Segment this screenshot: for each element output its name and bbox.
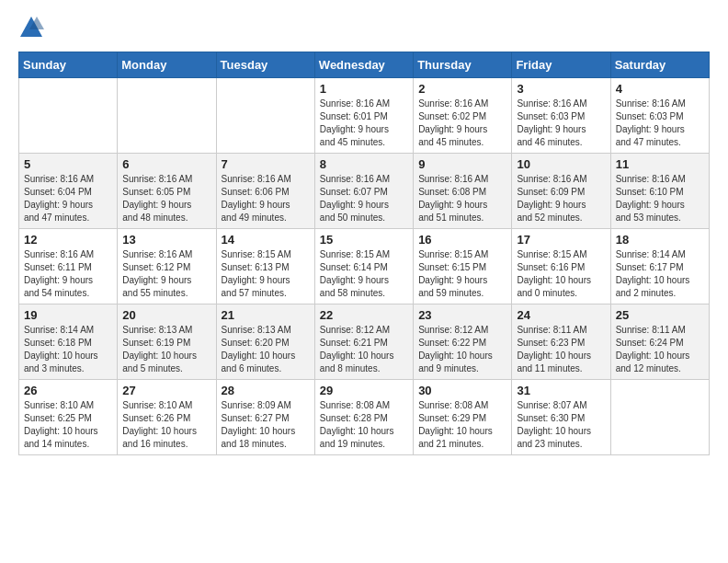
day-info: Sunrise: 8:15 AM Sunset: 6:14 PM Dayligh… <box>320 248 408 300</box>
day-info: Sunrise: 8:12 AM Sunset: 6:22 PM Dayligh… <box>418 324 506 375</box>
day-number: 14 <box>222 233 310 247</box>
day-info: Sunrise: 8:16 AM Sunset: 6:12 PM Dayligh… <box>122 248 210 300</box>
day-cell: 14Sunrise: 8:15 AM Sunset: 6:13 PM Dayli… <box>216 229 314 304</box>
day-cell: 13Sunrise: 8:16 AM Sunset: 6:12 PM Dayli… <box>118 229 216 304</box>
day-number: 16 <box>418 233 506 247</box>
day-cell <box>118 78 216 154</box>
day-cell: 29Sunrise: 8:08 AM Sunset: 6:28 PM Dayli… <box>314 380 413 455</box>
day-number: 17 <box>517 233 605 247</box>
day-info: Sunrise: 8:11 AM Sunset: 6:23 PM Dayligh… <box>517 324 605 375</box>
day-number: 22 <box>320 308 408 322</box>
week-row-4: 19Sunrise: 8:14 AM Sunset: 6:18 PM Dayli… <box>19 304 710 380</box>
day-number: 12 <box>24 233 112 247</box>
day-number: 27 <box>122 384 210 397</box>
weekday-saturday: Saturday <box>610 52 709 78</box>
day-cell: 9Sunrise: 8:16 AM Sunset: 6:08 PM Daylig… <box>414 154 512 229</box>
day-info: Sunrise: 8:08 AM Sunset: 6:28 PM Dayligh… <box>320 399 408 451</box>
day-cell: 11Sunrise: 8:16 AM Sunset: 6:10 PM Dayli… <box>610 154 709 229</box>
day-cell: 28Sunrise: 8:09 AM Sunset: 6:27 PM Dayli… <box>216 380 314 455</box>
logo-icon <box>18 15 44 40</box>
weekday-header-row: SundayMondayTuesdayWednesdayThursdayFrid… <box>19 52 710 78</box>
day-cell: 6Sunrise: 8:16 AM Sunset: 6:05 PM Daylig… <box>118 154 216 229</box>
day-cell: 3Sunrise: 8:16 AM Sunset: 6:03 PM Daylig… <box>512 78 610 154</box>
day-number: 9 <box>418 157 506 171</box>
day-cell: 17Sunrise: 8:15 AM Sunset: 6:16 PM Dayli… <box>512 229 610 304</box>
calendar-table: SundayMondayTuesdayWednesdayThursdayFrid… <box>18 52 710 455</box>
day-number: 4 <box>616 82 704 96</box>
day-info: Sunrise: 8:10 AM Sunset: 6:26 PM Dayligh… <box>122 399 210 451</box>
day-info: Sunrise: 8:13 AM Sunset: 6:20 PM Dayligh… <box>222 324 310 375</box>
day-number: 29 <box>320 384 408 397</box>
day-number: 5 <box>24 157 112 171</box>
day-number: 28 <box>222 384 310 397</box>
day-cell: 1Sunrise: 8:16 AM Sunset: 6:01 PM Daylig… <box>314 78 413 154</box>
day-cell: 12Sunrise: 8:16 AM Sunset: 6:11 PM Dayli… <box>19 229 118 304</box>
day-cell: 19Sunrise: 8:14 AM Sunset: 6:18 PM Dayli… <box>19 304 118 380</box>
day-cell: 8Sunrise: 8:16 AM Sunset: 6:07 PM Daylig… <box>314 154 413 229</box>
day-info: Sunrise: 8:16 AM Sunset: 6:05 PM Dayligh… <box>122 173 210 224</box>
day-number: 15 <box>320 233 408 247</box>
day-number: 23 <box>418 308 506 322</box>
day-info: Sunrise: 8:16 AM Sunset: 6:01 PM Dayligh… <box>320 98 408 149</box>
day-info: Sunrise: 8:16 AM Sunset: 6:10 PM Dayligh… <box>616 173 704 224</box>
day-number: 30 <box>418 384 506 397</box>
day-number: 18 <box>616 233 704 247</box>
day-cell: 10Sunrise: 8:16 AM Sunset: 6:09 PM Dayli… <box>512 154 610 229</box>
day-info: Sunrise: 8:16 AM Sunset: 6:07 PM Dayligh… <box>320 173 408 224</box>
page: SundayMondayTuesdayWednesdayThursdayFrid… <box>0 0 728 474</box>
day-number: 20 <box>122 308 210 322</box>
day-info: Sunrise: 8:11 AM Sunset: 6:24 PM Dayligh… <box>616 324 704 375</box>
day-cell: 5Sunrise: 8:16 AM Sunset: 6:04 PM Daylig… <box>19 154 118 229</box>
logo <box>18 15 48 40</box>
weekday-wednesday: Wednesday <box>314 52 413 78</box>
day-cell: 15Sunrise: 8:15 AM Sunset: 6:14 PM Dayli… <box>314 229 413 304</box>
day-info: Sunrise: 8:13 AM Sunset: 6:19 PM Dayligh… <box>122 324 210 375</box>
day-info: Sunrise: 8:16 AM Sunset: 6:04 PM Dayligh… <box>24 173 112 224</box>
day-info: Sunrise: 8:07 AM Sunset: 6:30 PM Dayligh… <box>517 399 605 451</box>
week-row-2: 5Sunrise: 8:16 AM Sunset: 6:04 PM Daylig… <box>19 154 710 229</box>
day-cell: 16Sunrise: 8:15 AM Sunset: 6:15 PM Dayli… <box>414 229 512 304</box>
header <box>18 15 710 40</box>
day-number: 1 <box>320 82 408 96</box>
day-number: 25 <box>616 308 704 322</box>
weekday-tuesday: Tuesday <box>216 52 314 78</box>
day-info: Sunrise: 8:09 AM Sunset: 6:27 PM Dayligh… <box>222 399 310 451</box>
day-number: 8 <box>320 157 408 171</box>
day-info: Sunrise: 8:16 AM Sunset: 6:03 PM Dayligh… <box>616 98 704 149</box>
day-cell <box>19 78 118 154</box>
day-info: Sunrise: 8:15 AM Sunset: 6:13 PM Dayligh… <box>222 248 310 300</box>
day-info: Sunrise: 8:15 AM Sunset: 6:16 PM Dayligh… <box>517 248 605 300</box>
day-info: Sunrise: 8:16 AM Sunset: 6:11 PM Dayligh… <box>24 248 112 300</box>
day-number: 26 <box>24 384 112 397</box>
day-info: Sunrise: 8:08 AM Sunset: 6:29 PM Dayligh… <box>418 399 506 451</box>
day-cell: 25Sunrise: 8:11 AM Sunset: 6:24 PM Dayli… <box>610 304 709 380</box>
day-number: 13 <box>122 233 210 247</box>
day-cell: 4Sunrise: 8:16 AM Sunset: 6:03 PM Daylig… <box>610 78 709 154</box>
day-cell: 30Sunrise: 8:08 AM Sunset: 6:29 PM Dayli… <box>414 380 512 455</box>
day-cell: 23Sunrise: 8:12 AM Sunset: 6:22 PM Dayli… <box>414 304 512 380</box>
day-info: Sunrise: 8:10 AM Sunset: 6:25 PM Dayligh… <box>24 399 112 451</box>
day-info: Sunrise: 8:12 AM Sunset: 6:21 PM Dayligh… <box>320 324 408 375</box>
day-number: 2 <box>418 82 506 96</box>
weekday-friday: Friday <box>512 52 610 78</box>
day-number: 21 <box>222 308 310 322</box>
day-cell: 22Sunrise: 8:12 AM Sunset: 6:21 PM Dayli… <box>314 304 413 380</box>
week-row-1: 1Sunrise: 8:16 AM Sunset: 6:01 PM Daylig… <box>19 78 710 154</box>
week-row-5: 26Sunrise: 8:10 AM Sunset: 6:25 PM Dayli… <box>19 380 710 455</box>
day-cell: 27Sunrise: 8:10 AM Sunset: 6:26 PM Dayli… <box>118 380 216 455</box>
day-cell: 18Sunrise: 8:14 AM Sunset: 6:17 PM Dayli… <box>610 229 709 304</box>
day-info: Sunrise: 8:16 AM Sunset: 6:06 PM Dayligh… <box>222 173 310 224</box>
day-number: 24 <box>517 308 605 322</box>
weekday-monday: Monday <box>118 52 216 78</box>
day-cell: 7Sunrise: 8:16 AM Sunset: 6:06 PM Daylig… <box>216 154 314 229</box>
day-number: 19 <box>24 308 112 322</box>
day-number: 10 <box>517 157 605 171</box>
day-number: 3 <box>517 82 605 96</box>
day-cell <box>216 78 314 154</box>
day-number: 6 <box>122 157 210 171</box>
day-info: Sunrise: 8:14 AM Sunset: 6:18 PM Dayligh… <box>24 324 112 375</box>
day-cell: 26Sunrise: 8:10 AM Sunset: 6:25 PM Dayli… <box>19 380 118 455</box>
weekday-sunday: Sunday <box>19 52 118 78</box>
day-cell: 21Sunrise: 8:13 AM Sunset: 6:20 PM Dayli… <box>216 304 314 380</box>
day-cell <box>610 380 709 455</box>
